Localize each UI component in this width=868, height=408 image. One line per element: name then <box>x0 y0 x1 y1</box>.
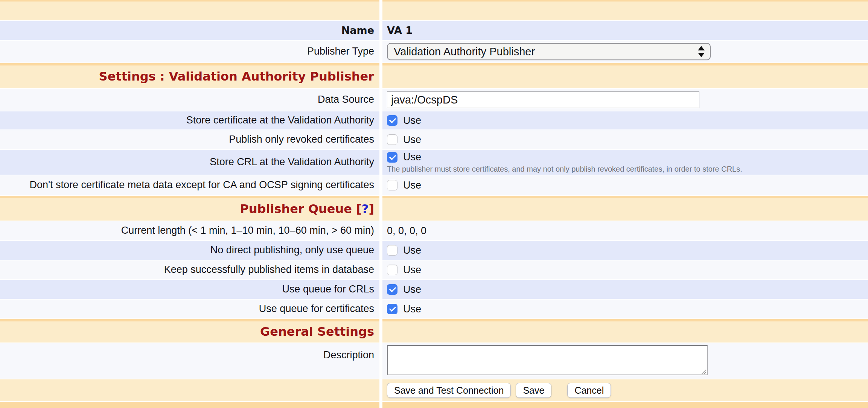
no-direct-publishing-checkbox[interactable] <box>387 245 397 256</box>
cancel-button[interactable]: Cancel <box>567 383 611 398</box>
select-stepper-icon <box>698 46 705 57</box>
publisher-queue-header: Publisher Queue <box>240 202 352 216</box>
section-band-right <box>382 2 868 20</box>
publisher-type-select[interactable]: Validation Authority Publisher <box>387 43 711 60</box>
row-keep-published: Keep successfully published items in dat… <box>0 260 868 279</box>
store-certificate-label: Store certificate at the Validation Auth… <box>186 114 374 126</box>
row-data-source: Data Source <box>0 89 868 111</box>
dont-store-meta-checkbox[interactable] <box>387 180 397 190</box>
publisher-type-label: Publisher Type <box>307 46 374 57</box>
use-queue-crls-checkbox[interactable] <box>387 284 397 295</box>
store-certificate-checkbox[interactable] <box>387 115 397 126</box>
use-queue-certificates-use-label[interactable]: Use <box>403 303 421 315</box>
publisher-queue-help-link[interactable]: ? <box>362 202 369 216</box>
row-settings-header: Settings : Validation Authority Publishe… <box>0 65 868 88</box>
name-label: Name <box>341 24 374 36</box>
row-publish-only-revoked: Publish only revoked certificates Use <box>0 130 868 149</box>
top-section-band <box>0 2 868 20</box>
store-crl-use-label[interactable]: Use <box>403 151 421 163</box>
section-band-left <box>0 2 379 20</box>
description-textarea[interactable] <box>387 345 708 375</box>
keep-published-label: Keep successfully published items in dat… <box>164 264 374 276</box>
row-use-queue-certificates: Use queue for certificates Use <box>0 300 868 318</box>
textarea-resize-grip-icon[interactable] <box>700 368 706 375</box>
description-label: Description <box>323 349 374 361</box>
row-name: Name VA 1 <box>0 21 868 40</box>
row-general-header: General Settings <box>0 321 868 343</box>
dont-store-meta-label: Don't store certificate meta data except… <box>29 179 374 191</box>
use-queue-crls-label: Use queue for CRLs <box>282 283 374 295</box>
row-no-direct-publishing: No direct publishing, only use queue Use <box>0 241 868 260</box>
store-crl-label: Store CRL at the Validation Authority <box>210 156 374 168</box>
row-use-queue-crls: Use queue for CRLs Use <box>0 280 868 299</box>
queue-length-value: 0, 0, 0, 0 <box>387 225 426 237</box>
row-description: Description <box>0 343 868 379</box>
store-certificate-use-label[interactable]: Use <box>403 115 421 126</box>
row-actions: Save and Test Connection Save Cancel <box>0 379 868 401</box>
bottom-section-strip <box>0 402 868 408</box>
help-bracket-close: ] <box>369 202 374 216</box>
keep-published-checkbox[interactable] <box>387 265 397 275</box>
use-queue-certificates-label: Use queue for certificates <box>259 303 374 315</box>
row-dont-store-meta: Don't store certificate meta data except… <box>0 175 868 195</box>
use-queue-certificates-checkbox[interactable] <box>387 304 397 314</box>
save-and-test-connection-button[interactable]: Save and Test Connection <box>387 383 511 398</box>
row-store-crl: Store CRL at the Validation Authority Us… <box>0 150 868 175</box>
row-publisher-type: Publisher Type Validation Authority Publ… <box>0 41 868 62</box>
dont-store-meta-use-label[interactable]: Use <box>403 180 421 191</box>
queue-length-label: Current length (< 1 min, 1–10 min, 10–60… <box>121 225 374 236</box>
settings-section-header: Settings : Validation Authority Publishe… <box>99 70 374 83</box>
publish-only-revoked-label: Publish only revoked certificates <box>229 134 374 145</box>
publish-only-revoked-checkbox[interactable] <box>387 134 397 145</box>
save-button[interactable]: Save <box>516 383 551 398</box>
no-direct-publishing-label: No direct publishing, only use queue <box>210 244 374 256</box>
publisher-type-selected-value: Validation Authority Publisher <box>394 46 698 58</box>
general-settings-header: General Settings <box>260 325 374 338</box>
store-crl-checkbox[interactable] <box>387 152 397 163</box>
row-queue-length: Current length (< 1 min, 1–10 min, 10–60… <box>0 221 868 240</box>
help-bracket-open: [ <box>356 202 362 216</box>
publish-only-revoked-use-label[interactable]: Use <box>403 134 421 146</box>
row-store-certificate: Store certificate at the Validation Auth… <box>0 111 868 129</box>
use-queue-crls-use-label[interactable]: Use <box>403 284 421 295</box>
name-value: VA 1 <box>387 24 413 36</box>
keep-published-use-label[interactable]: Use <box>403 264 421 276</box>
data-source-label: Data Source <box>318 94 374 105</box>
store-crl-note: The publisher must store certificates, a… <box>387 165 742 173</box>
no-direct-publishing-use-label[interactable]: Use <box>403 245 421 256</box>
row-queue-header: Publisher Queue [?] <box>0 198 868 221</box>
data-source-input[interactable] <box>387 91 699 108</box>
